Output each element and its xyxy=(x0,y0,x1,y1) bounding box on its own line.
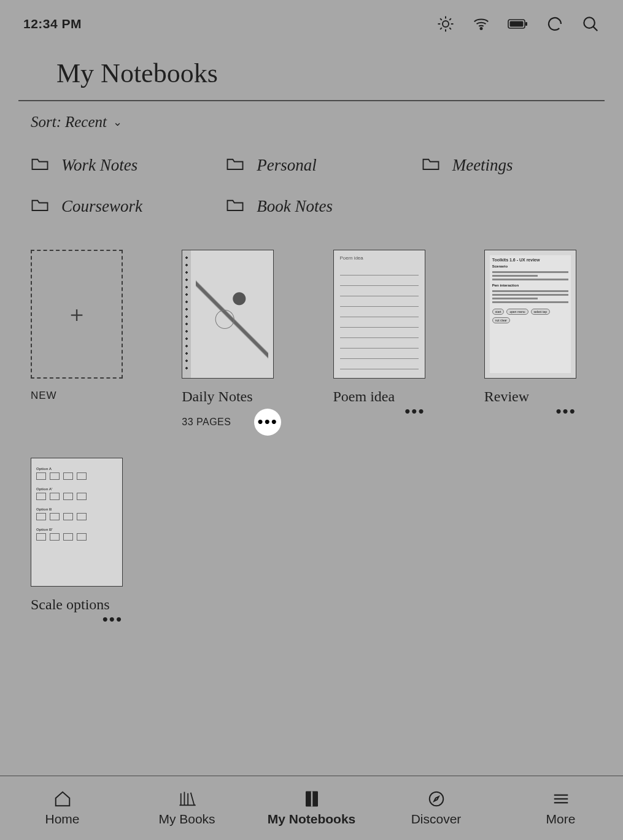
folder-icon xyxy=(422,155,440,175)
status-bar: 12:34 PM xyxy=(0,0,623,39)
menu-icon xyxy=(552,790,570,808)
notebook-thumb[interactable]: Poem idea xyxy=(333,250,425,379)
page-title: My Notebooks xyxy=(56,58,567,89)
svg-point-22 xyxy=(429,792,443,806)
folder-icon xyxy=(226,155,244,175)
folder-label: Personal xyxy=(257,156,317,175)
new-notebook-thumb[interactable]: ＋ xyxy=(31,250,123,379)
svg-line-7 xyxy=(440,28,442,29)
battery-icon xyxy=(508,18,528,30)
books-icon xyxy=(177,790,197,808)
svg-point-0 xyxy=(443,21,449,27)
folder-label: Coursework xyxy=(61,197,142,216)
nav-label: Home xyxy=(45,812,79,827)
notebook-grid: ＋ NEW Daily Notes 33 PAGES ••• Poem idea… xyxy=(0,217,623,623)
nav-home[interactable]: Home xyxy=(0,790,125,827)
nav-more[interactable]: More xyxy=(498,790,623,827)
brightness-icon[interactable] xyxy=(436,15,455,33)
chevron-down-icon: ⌄ xyxy=(113,115,122,129)
page-header: My Notebooks xyxy=(18,39,605,101)
notebook-page-count: 33 PAGES xyxy=(182,417,231,428)
svg-point-13 xyxy=(584,17,595,28)
home-icon xyxy=(53,790,72,808)
svg-line-18 xyxy=(190,793,194,806)
status-icons xyxy=(436,15,600,33)
new-notebook-card[interactable]: ＋ NEW xyxy=(31,250,123,436)
notebook-card-poem-idea[interactable]: Poem idea Poem idea ••• xyxy=(333,250,425,436)
search-icon[interactable] xyxy=(581,15,600,33)
folder-meetings[interactable]: Meetings xyxy=(422,155,592,175)
notebook-card-review[interactable]: Toolkits 1.6 - UX review Scenario Pen in… xyxy=(484,250,576,436)
nav-label: Discover xyxy=(411,812,462,827)
notebook-title: Daily Notes xyxy=(182,388,274,405)
nav-my-notebooks[interactable]: My Notebooks xyxy=(249,790,374,827)
nav-discover[interactable]: Discover xyxy=(374,790,498,827)
sort-dropdown[interactable]: Sort: Recent ⌄ xyxy=(0,101,623,136)
notebook-thumb[interactable]: Toolkits 1.6 - UX review Scenario Pen in… xyxy=(484,250,576,379)
notebook-card-daily-notes[interactable]: Daily Notes 33 PAGES ••• xyxy=(182,250,274,436)
more-options-button[interactable]: ••• xyxy=(404,409,425,415)
folder-icon xyxy=(31,155,49,175)
thumb-heading: Toolkits 1.6 - UX review xyxy=(490,255,571,263)
sync-icon[interactable] xyxy=(546,15,564,33)
thumb-heading: Poem idea xyxy=(340,255,363,261)
folder-label: Meetings xyxy=(452,156,513,175)
folder-icon xyxy=(31,196,49,217)
folder-grid: Work Notes Personal Meetings Coursework … xyxy=(0,136,623,217)
notebook-card-scale-options[interactable]: Option A Option A' Option B Option B' Sc… xyxy=(31,458,123,623)
sort-value: Recent xyxy=(65,114,107,131)
svg-line-14 xyxy=(593,26,597,31)
new-notebook-label: NEW xyxy=(31,390,123,402)
svg-marker-23 xyxy=(434,796,439,801)
notebook-thumb[interactable] xyxy=(182,250,274,379)
more-icon: ••• xyxy=(258,419,278,425)
more-options-button[interactable]: ••• xyxy=(254,409,281,436)
nav-label: More xyxy=(546,812,576,827)
clock: 12:34 PM xyxy=(23,17,82,31)
compass-icon xyxy=(427,790,446,808)
svg-rect-11 xyxy=(510,21,524,27)
folder-personal[interactable]: Personal xyxy=(226,155,397,175)
more-options-button[interactable]: ••• xyxy=(103,617,123,623)
nav-my-books[interactable]: My Books xyxy=(125,790,249,827)
nav-label: My Books xyxy=(158,812,215,827)
folder-book-notes[interactable]: Book Notes xyxy=(226,196,397,217)
folder-icon xyxy=(226,196,244,217)
svg-rect-21 xyxy=(311,792,312,807)
plus-icon: ＋ xyxy=(66,299,88,329)
svg-rect-12 xyxy=(525,22,527,26)
notebook-thumb[interactable]: Option A Option A' Option B Option B' xyxy=(31,458,123,587)
folder-label: Work Notes xyxy=(61,156,137,175)
sort-prefix: Sort: xyxy=(31,114,61,131)
svg-line-8 xyxy=(449,18,451,20)
svg-point-9 xyxy=(481,28,482,29)
svg-line-6 xyxy=(449,28,451,29)
bottom-nav: Home My Books My Notebooks xyxy=(0,776,623,840)
nav-label: My Notebooks xyxy=(268,812,356,827)
folder-work-notes[interactable]: Work Notes xyxy=(31,155,201,175)
wifi-icon[interactable] xyxy=(472,15,490,33)
folder-label: Book Notes xyxy=(257,197,333,216)
notebook-icon xyxy=(304,790,320,808)
folder-coursework[interactable]: Coursework xyxy=(31,196,201,217)
svg-line-5 xyxy=(440,18,442,20)
more-options-button[interactable]: ••• xyxy=(555,409,576,415)
